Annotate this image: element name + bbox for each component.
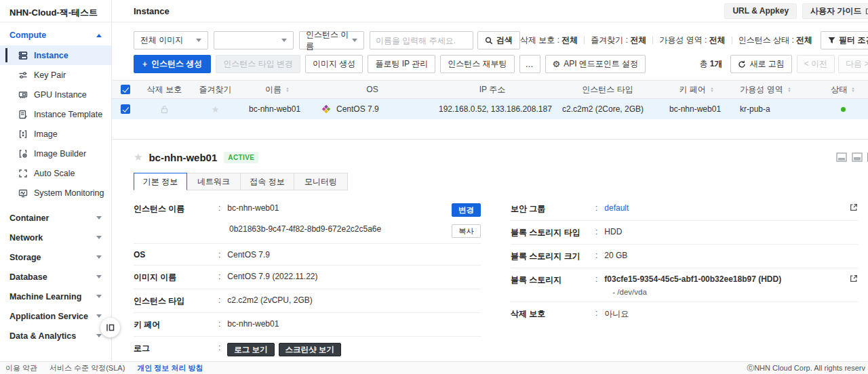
change-instance-type-button[interactable]: 인스턴스 타입 변경 <box>216 55 300 73</box>
reboot-instance-button[interactable]: 인스턴스 재부팅 <box>440 55 514 73</box>
next-page-button[interactable]: 다음 > <box>838 55 868 73</box>
sidebar-item-system-monitoring[interactable]: System Monitoring <box>0 183 111 203</box>
search-field-select[interactable]: 인스턴스 이름 <box>299 31 364 49</box>
sidebar-item-auto-scale[interactable]: Auto Scale <box>0 163 111 183</box>
image-filter-select[interactable]: 전체 이미지 <box>134 31 208 49</box>
col-header-name[interactable]: 이름▲▼ <box>241 84 314 96</box>
sort-icon: ▲▼ <box>710 87 714 92</box>
col-header-zone[interactable]: 가용성 영역▲▼ <box>732 84 800 96</box>
sidebar-item-instance-template[interactable]: Instance Template <box>0 104 111 124</box>
chevron-up-icon <box>96 34 102 37</box>
detail-row-instance-name: 인스턴스 이름 bc-nhn-web01 변경 <box>134 197 481 218</box>
detail-left-column: 인스턴스 이름 bc-nhn-web01 변경 0b21863b-9c47-4f… <box>134 197 481 374</box>
gear-icon: ⚙ <box>553 60 561 68</box>
plus-icon <box>142 60 147 69</box>
chevron-down-icon <box>96 255 102 259</box>
layout-half-panel-icon[interactable] <box>852 152 863 162</box>
more-icon: … <box>526 60 534 69</box>
table-header-row: 삭제 보호 즐겨찾기 이름▲▼ OS IP 주소 인스턴스 타입 키 페어▲▼ … <box>112 80 868 99</box>
external-link-icon[interactable] <box>850 203 858 211</box>
tab-network[interactable]: 네트워크 <box>187 173 241 190</box>
create-image-button[interactable]: 이미지 생성 <box>305 55 363 73</box>
divider <box>732 37 732 44</box>
external-link-icon[interactable] <box>850 274 858 283</box>
sidebar-group-network[interactable]: Network <box>0 228 111 247</box>
divider <box>652 37 653 44</box>
row-checkbox[interactable] <box>121 104 130 114</box>
chevron-down-icon <box>96 334 102 337</box>
detail-row-instance-type: 인스턴스 타입 c2.c2m2 (2vCPU, 2GB) <box>134 289 481 313</box>
sidebar-item-label: Image Builder <box>34 149 86 159</box>
secondary-filter-select[interactable] <box>214 31 294 49</box>
sidebar-group-database[interactable]: Database <box>0 267 111 287</box>
api-endpoint-button[interactable]: ⚙ API 엔드포인트 설정 <box>545 55 646 73</box>
cell-os: CentOS 7.9 <box>314 104 431 114</box>
col-header-favorite: 즐겨찾기 <box>190 84 241 96</box>
sidebar-group-machine-learning[interactable]: Machine Learning <box>0 287 111 306</box>
chevron-down-icon <box>96 236 102 239</box>
sidebar-item-image[interactable]: Image <box>0 124 111 144</box>
sidebar-item-instance[interactable]: Instance <box>0 45 111 65</box>
sidebar-item-label: Key Pair <box>34 70 66 80</box>
quick-filter-delete-protect: 삭제 보호 : 전체 <box>520 35 578 46</box>
sidebar-group-label: Network <box>9 233 43 243</box>
url-appkey-button[interactable]: URL & Appkey <box>724 3 797 19</box>
layout-small-panel-icon[interactable] <box>836 152 847 162</box>
change-name-button[interactable]: 변경 <box>452 203 481 217</box>
col-header-status[interactable]: 상태▲▼ <box>800 84 868 96</box>
detail-header: ★ bc-nhn-web01 ACTIVE <box>112 140 868 163</box>
sidebar-group-label: Application Service <box>9 312 88 321</box>
select-all-checkbox[interactable] <box>121 85 130 94</box>
floating-ip-button[interactable]: 플로팅 IP 관리 <box>368 55 435 73</box>
footer-terms-link[interactable]: 이용 약관 <box>5 363 37 373</box>
sidebar-item-label: Auto Scale <box>34 169 75 178</box>
col-header-keypair[interactable]: 키 페어▲▼ <box>661 84 732 96</box>
favorite-star-icon[interactable]: ★ <box>212 104 220 115</box>
sidebar-group-container[interactable]: Container <box>0 208 111 228</box>
unlock-icon <box>160 105 169 114</box>
sidebar-item-gpu-instance[interactable]: GPU Instance <box>0 85 111 104</box>
tab-monitoring[interactable]: 모니터링 <box>294 173 348 190</box>
table-row[interactable]: ★ bc-nhn-web01 CentOS 7.9 192.168.0.52, … <box>112 99 868 119</box>
cell-type: c2.c2m2 (2Core, 2GB) <box>554 104 661 114</box>
cell-ip: 192.168.0.52, 133.186.208.187 <box>431 104 554 114</box>
quick-filter-status: 인스턴스 상태 : 전체 <box>738 35 812 46</box>
more-actions-button[interactable]: … <box>519 55 540 73</box>
cell-name: bc-nhn-web01 <box>241 104 314 114</box>
chevron-down-icon <box>352 39 357 42</box>
search-input[interactable] <box>370 31 473 49</box>
user-guide-button[interactable]: 사용자 가이드 <box>802 3 868 19</box>
sidebar-item-label: Image <box>34 129 58 139</box>
tab-basic-info[interactable]: 기본 정보 <box>134 173 187 190</box>
centos-logo-icon <box>322 105 330 113</box>
detail-instance-name: bc-nhn-web01 <box>149 152 217 163</box>
search-button[interactable]: 검색 <box>477 31 520 49</box>
footer-privacy-link[interactable]: 개인 정보 처리 방침 <box>137 363 203 373</box>
favorite-star-icon[interactable]: ★ <box>134 151 142 163</box>
search-icon <box>485 37 493 45</box>
sidebar-item-image-builder[interactable]: Image Builder <box>0 144 111 163</box>
sidebar-group-application-service[interactable]: Application Service <box>0 306 111 326</box>
col-header-delete-protect: 삭제 보호 <box>139 84 190 96</box>
sidebar-group-compute-label: Compute <box>9 30 46 40</box>
status-badge: ACTIVE <box>224 152 258 163</box>
main-content: Instance URL & Appkey 사용자 가이드 전체 이미지 <box>112 0 868 361</box>
sidebar-collapse-button[interactable] <box>100 318 120 337</box>
filter-condition-button[interactable]: 필터 조건 <box>821 31 868 49</box>
detail-row-block-storage-size: 블록 스토리지 크기 20 GB <box>511 245 858 268</box>
tab-access-info[interactable]: 접속 정보 <box>241 173 294 190</box>
footer-sla-link[interactable]: 서비스 수준 약정(SLA) <box>50 363 125 373</box>
refresh-button[interactable]: 새로 고침 <box>730 55 791 73</box>
refresh-icon <box>738 60 746 68</box>
sidebar-group-storage[interactable]: Storage <box>0 247 111 267</box>
prev-page-button[interactable]: < 이전 <box>797 55 835 73</box>
sidebar-group-compute[interactable]: Compute <box>0 22 111 45</box>
key-pair-icon <box>18 70 28 80</box>
security-group-link[interactable]: default <box>604 203 629 213</box>
sidebar-group-data-analytics[interactable]: Data & Analytics <box>0 326 111 346</box>
view-screenshot-button[interactable]: 스크린샷 보기 <box>279 343 341 356</box>
copy-uuid-button[interactable]: 복사 <box>452 224 481 238</box>
view-log-button[interactable]: 로그 보기 <box>227 343 274 356</box>
sidebar-item-key-pair[interactable]: Key Pair <box>0 65 111 85</box>
create-instance-button[interactable]: 인스턴스 생성 <box>134 55 211 73</box>
